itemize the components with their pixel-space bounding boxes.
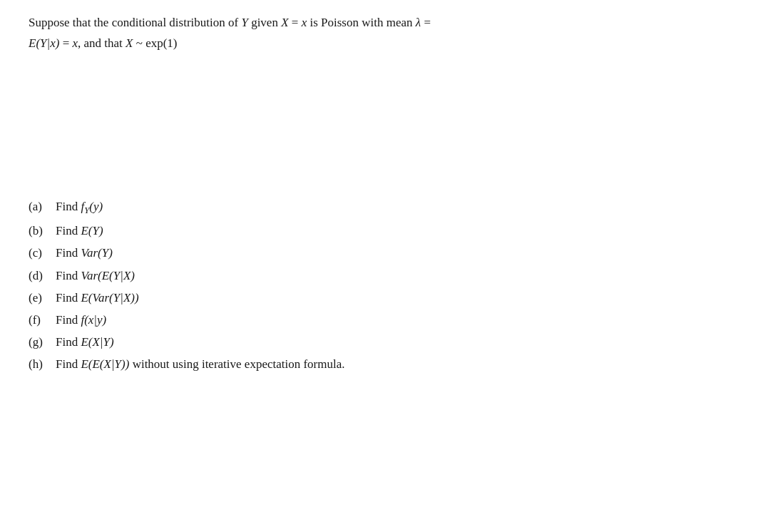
spacer (29, 54, 739, 197)
part-f-content: Find f(x|y) (56, 310, 106, 329)
part-d-label: (d) (29, 266, 56, 285)
part-b: (b) Find E(Y) (29, 221, 739, 240)
part-c-content: Find Var(Y) (56, 243, 113, 262)
page-container: Suppose that the conditional distributio… (29, 13, 739, 374)
part-h-label: (h) (29, 354, 56, 374)
parts-list: (a) Find fY(y) (b) Find E(Y) (c) Find Va… (29, 197, 739, 374)
part-g-content: Find E(X|Y) (56, 332, 114, 352)
part-d: (d) Find Var(E(Y|X) (29, 266, 739, 285)
part-g-label: (g) (29, 332, 56, 352)
part-g: (g) Find E(X|Y) (29, 332, 739, 352)
part-c-label: (c) (29, 243, 56, 262)
intro-line-1: Suppose that the conditional distributio… (29, 13, 739, 32)
part-b-content: Find E(Y) (56, 221, 103, 240)
part-h-content: Find E(E(X|Y)) without using iterative e… (56, 354, 345, 374)
part-b-label: (b) (29, 221, 56, 240)
intro-paragraph: Suppose that the conditional distributio… (29, 13, 739, 53)
part-a: (a) Find fY(y) (29, 197, 739, 218)
part-f-label: (f) (29, 310, 56, 329)
part-f: (f) Find f(x|y) (29, 310, 739, 329)
part-e-label: (e) (29, 288, 56, 307)
part-a-content: Find fY(y) (56, 197, 103, 218)
intro-line-2: E(Y|x) = x, and that X ~ exp(1) (29, 34, 739, 53)
part-d-content: Find Var(E(Y|X) (56, 266, 135, 285)
part-c: (c) Find Var(Y) (29, 243, 739, 262)
part-e: (e) Find E(Var(Y|X)) (29, 288, 739, 307)
part-h: (h) Find E(E(X|Y)) without using iterati… (29, 354, 739, 374)
part-a-label: (a) (29, 197, 56, 216)
part-e-content: Find E(Var(Y|X)) (56, 288, 139, 307)
